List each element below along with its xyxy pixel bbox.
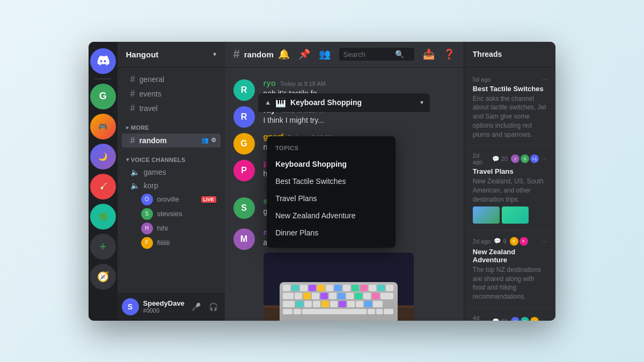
topic-bar[interactable]: ▲ 🎹 Keyboard Shopping ▾	[258, 93, 430, 112]
channel-general[interactable]: # general	[122, 72, 221, 86]
channel-random[interactable]: # random 👥 ⚙	[122, 134, 221, 147]
thread-more[interactable]: ···	[542, 318, 547, 320]
server-icon-2[interactable]: 🎮	[90, 114, 116, 139]
thread-more[interactable]: ···	[542, 156, 547, 162]
server-icon-5[interactable]: 🌿	[90, 204, 116, 230]
svg-rect-34	[321, 301, 329, 307]
search-input[interactable]	[343, 50, 392, 58]
member-avatar-hihi: H	[141, 223, 153, 234]
username: SpeedyDave	[143, 299, 185, 307]
svg-rect-40	[373, 301, 383, 307]
topic-item-dinner-plans[interactable]: Dinner Plans	[267, 224, 396, 241]
svg-rect-36	[339, 301, 346, 307]
svg-rect-37	[347, 301, 355, 307]
svg-rect-21	[312, 293, 319, 299]
members-icon[interactable]: 👥	[319, 48, 331, 60]
channel-members-icon[interactable]: 👥	[201, 137, 209, 144]
thread-item[interactable]: 5d ago ··· Best Tactile Switches Eric as…	[469, 72, 551, 144]
speaker-icon: 🔈	[130, 181, 140, 190]
svg-rect-38	[356, 301, 363, 307]
thread-reply-count: 💬20	[492, 156, 508, 162]
thread-divider	[469, 145, 551, 146]
thread-avatars: E K	[510, 237, 528, 246]
member-name-stevsies: stevsies	[157, 210, 182, 218]
help-icon[interactable]: ❓	[443, 48, 455, 60]
thread-item[interactable]: 2d ago 💬9 E K ··· New Zealand Adventure …	[469, 233, 551, 306]
inbox-icon[interactable]: 📥	[423, 48, 435, 60]
topic-item-best-tactile[interactable]: Best Tactile Switches	[267, 173, 396, 190]
thread-age: 5d ago	[473, 76, 491, 83]
voice-channel-korp[interactable]: 🔈 korp	[122, 179, 221, 192]
server-header[interactable]: Hangout ▾	[118, 42, 225, 68]
voice-member-stevsies[interactable]: S stevsies	[122, 207, 221, 221]
thread-avatar-mini: +1	[530, 317, 539, 320]
add-server-button[interactable]: +	[90, 234, 116, 260]
thread-item[interactable]: 4d ago 💬21 J S +1 ··· Dinner Plans Satur…	[469, 311, 551, 320]
thread-meta: 4d ago 💬21 J S +1 ···	[473, 315, 547, 320]
member-name-hihi: hihi	[157, 224, 168, 232]
server-icon-4[interactable]: 🎸	[90, 174, 116, 200]
svg-rect-29	[380, 293, 393, 299]
deafen-button[interactable]: 🎧	[206, 299, 221, 314]
thread-more[interactable]: ···	[542, 76, 547, 83]
message-time: Today at 9:18 AM	[280, 80, 326, 87]
voice-arrow: ▾	[126, 157, 129, 162]
topic-bar-chevron: ▾	[420, 99, 423, 106]
mute-button[interactable]: 🎤	[189, 299, 204, 314]
svg-rect-35	[330, 301, 338, 307]
topic-bar-name: Keyboard Shopping	[290, 98, 416, 107]
notifications-icon[interactable]: 🔔	[278, 48, 290, 60]
thread-avatar-mini: S	[521, 154, 529, 163]
threads-panel: Threads 5d ago ··· Best Tactile Switches…	[464, 42, 555, 321]
svg-rect-10	[326, 285, 333, 291]
explore-button[interactable]: 🧭	[90, 264, 116, 290]
message-header: ryo Today at 9:18 AM	[264, 78, 455, 87]
voice-member-oroville[interactable]: O oroville LIVE	[122, 193, 221, 206]
svg-rect-22	[320, 293, 328, 299]
topic-item-travel-plans[interactable]: Travel Plans	[267, 190, 396, 207]
thread-item[interactable]: 2d ago 💬20 J S +1 ··· Travel Plans New Z…	[469, 148, 551, 227]
member-avatar-stevsies: S	[141, 208, 153, 220]
user-info: SpeedyDave #0000	[143, 299, 185, 314]
message-avatar: S	[233, 197, 255, 219]
svg-rect-24	[338, 293, 345, 299]
channel-events[interactable]: # events	[122, 87, 221, 101]
more-category[interactable]: ▸ MORE	[118, 116, 225, 133]
voice-category[interactable]: ▾ VOICE CHANNELS	[118, 148, 225, 165]
discord-home-button[interactable]	[90, 48, 116, 74]
svg-rect-32	[304, 301, 312, 307]
live-badge: LIVE	[201, 196, 216, 203]
user-panel: S SpeedyDave #0000 🎤 🎧 ⚙	[118, 293, 225, 321]
messages-container: ▲ 🎹 Keyboard Shopping ▾ TOPICS Keyboard …	[225, 68, 464, 321]
threads-list: 5d ago ··· Best Tactile Switches Eric as…	[464, 68, 555, 321]
thread-avatar-mini: E	[510, 237, 518, 246]
topic-item-keyboard-shopping[interactable]: Keyboard Shopping	[267, 156, 396, 173]
channel-settings-icon[interactable]: ⚙	[211, 137, 216, 144]
svg-rect-43	[302, 309, 367, 314]
server-divider	[94, 78, 112, 79]
server-icon-3[interactable]: 🌙	[90, 144, 116, 169]
thread-name: Best Tactile Switches	[473, 85, 547, 93]
keyboard-image	[264, 253, 414, 321]
server-dropdown-icon: ▾	[213, 50, 216, 58]
speaker-icon: 🔈	[130, 168, 140, 176]
user-tag: #0000	[143, 307, 185, 314]
search-bar[interactable]: 🔍	[339, 48, 414, 61]
voice-channel-games[interactable]: 🔈 games	[122, 166, 221, 179]
thread-avatar-mini: J	[511, 317, 519, 320]
svg-rect-17	[386, 285, 393, 291]
thread-avatar-mini: J	[511, 154, 519, 163]
svg-rect-30	[283, 301, 295, 307]
voice-member-fiiiiiii[interactable]: F fiiiiiii	[122, 236, 221, 250]
voice-member-hihi[interactable]: H hihi	[122, 221, 221, 235]
channel-sidebar: Hangout ▾ # general # events # travel ▸ …	[118, 42, 225, 321]
pin-icon[interactable]: 📌	[298, 48, 310, 60]
thread-name: New Zealand Adventure	[473, 248, 547, 264]
topic-item-nz-adventure[interactable]: New Zealand Adventure	[267, 207, 396, 224]
message-avatar: M	[233, 228, 255, 250]
channel-travel[interactable]: # travel	[122, 101, 221, 115]
hash-icon: #	[130, 136, 135, 145]
thread-more[interactable]: ···	[542, 238, 547, 245]
thread-preview: New Zealand, US, South American, and oth…	[473, 177, 547, 204]
server-icon-1[interactable]: G	[90, 84, 116, 109]
